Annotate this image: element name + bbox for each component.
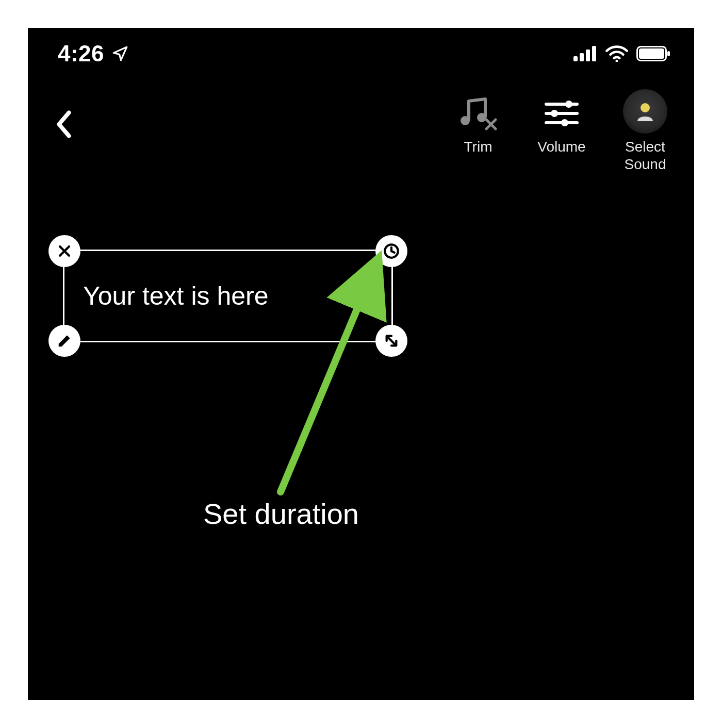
select-sound-button[interactable]: Select Sound — [617, 95, 674, 173]
music-trim-icon — [457, 95, 499, 132]
battery-icon — [636, 46, 670, 61]
clock-icon — [383, 242, 400, 260]
cellular-signal-icon — [573, 46, 597, 61]
back-button[interactable] — [54, 109, 74, 141]
text-overlay-content[interactable]: Your text is here — [83, 251, 373, 341]
duration-handle[interactable] — [375, 235, 407, 267]
status-bar: 4:26 — [28, 38, 694, 69]
svg-rect-2 — [586, 49, 590, 61]
svg-point-18 — [641, 103, 650, 112]
text-overlay-frame[interactable]: Your text is here — [63, 250, 393, 342]
volume-label: Volume — [537, 138, 585, 156]
svg-rect-3 — [592, 46, 596, 61]
status-time: 4:26 — [58, 41, 104, 67]
pencil-icon — [57, 333, 72, 349]
svg-point-8 — [461, 116, 470, 125]
svg-rect-6 — [639, 48, 664, 59]
svg-line-22 — [387, 337, 396, 345]
close-icon — [57, 243, 72, 259]
svg-rect-1 — [580, 53, 584, 61]
location-arrow-icon — [111, 45, 129, 62]
resize-handle[interactable] — [375, 325, 407, 357]
svg-point-17 — [561, 119, 568, 126]
svg-point-4 — [616, 60, 618, 62]
svg-rect-7 — [667, 51, 670, 56]
video-editor-screen: 4:26 — [28, 28, 694, 700]
svg-rect-0 — [573, 56, 578, 61]
trim-label: Trim — [464, 138, 493, 156]
person-avatar-icon — [623, 89, 667, 134]
svg-point-16 — [551, 110, 558, 117]
edit-handle[interactable] — [48, 325, 80, 357]
svg-point-9 — [477, 113, 486, 122]
trim-button[interactable]: Trim — [450, 95, 506, 156]
sliders-icon — [543, 95, 580, 132]
wifi-icon — [605, 45, 628, 62]
delete-handle[interactable] — [48, 235, 80, 267]
resize-arrows-icon — [383, 333, 400, 349]
svg-point-15 — [565, 101, 572, 108]
select-sound-label: Select Sound — [625, 138, 666, 173]
editor-header: Trim Volume — [28, 95, 694, 183]
annotation-label: Set duration — [203, 497, 359, 531]
volume-button[interactable]: Volume — [533, 95, 590, 156]
